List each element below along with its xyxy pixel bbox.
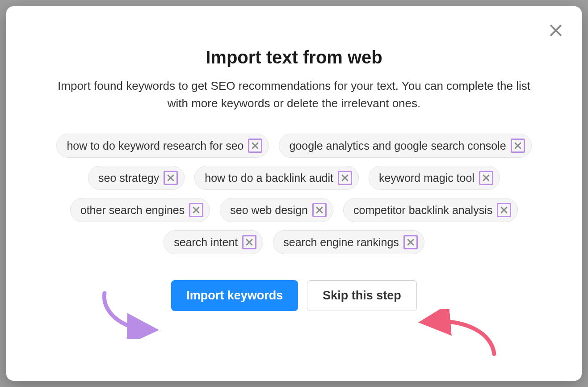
keyword-chip-label: seo strategy	[98, 172, 159, 185]
remove-keyword-button[interactable]	[164, 171, 178, 185]
keyword-chip: other search engines	[70, 198, 210, 222]
keyword-chip: competitor backlink analysis	[343, 198, 518, 222]
close-icon	[251, 141, 260, 150]
remove-keyword-button[interactable]	[479, 171, 493, 185]
keyword-chips-container: how to do keyword research for seogoogle…	[35, 134, 553, 254]
close-icon	[340, 173, 349, 182]
remove-keyword-button[interactable]	[312, 203, 327, 217]
keyword-chip-label: google analytics and google search conso…	[289, 139, 506, 152]
keyword-chip-label: other search engines	[80, 204, 185, 217]
close-icon	[482, 173, 491, 182]
keyword-chip: seo web design	[220, 198, 333, 222]
keyword-chip-label: search intent	[174, 236, 238, 249]
modal-title: Import text from web	[206, 47, 382, 67]
keyword-chip: seo strategy	[88, 166, 185, 190]
close-icon	[192, 206, 201, 215]
import-keywords-modal: Import text from web Import found keywor…	[6, 6, 582, 381]
keyword-chip: keyword magic tool	[369, 166, 500, 190]
close-icon	[315, 206, 324, 215]
remove-keyword-button[interactable]	[189, 203, 203, 217]
remove-keyword-button[interactable]	[248, 139, 262, 153]
close-icon	[166, 173, 175, 182]
modal-actions: Import keywords Skip this step	[171, 280, 417, 311]
keyword-chip: google analytics and google search conso…	[279, 134, 531, 158]
close-icon	[549, 23, 563, 38]
close-icon	[245, 238, 254, 247]
keyword-chip-label: keyword magic tool	[379, 172, 475, 185]
remove-keyword-button[interactable]	[403, 235, 418, 249]
keyword-chip-label: search engine rankings	[283, 236, 399, 249]
remove-keyword-button[interactable]	[242, 235, 256, 249]
close-icon	[406, 238, 415, 247]
keyword-chip: search intent	[164, 230, 263, 254]
close-icon	[513, 141, 522, 150]
close-icon	[500, 206, 508, 215]
close-button[interactable]	[548, 22, 564, 38]
remove-keyword-button[interactable]	[511, 139, 525, 153]
keyword-chip-label: how to do a backlink audit	[205, 172, 333, 185]
keyword-chip: how to do a backlink audit	[194, 166, 359, 190]
modal-subtitle: Import found keywords to get SEO recomme…	[48, 77, 540, 112]
keyword-chip: search engine rankings	[273, 230, 424, 254]
import-keywords-button[interactable]: Import keywords	[171, 280, 298, 311]
keyword-chip-label: competitor backlink analysis	[353, 204, 492, 217]
remove-keyword-button[interactable]	[338, 171, 352, 185]
remove-keyword-button[interactable]	[497, 203, 511, 217]
keyword-chip-label: how to do keyword research for seo	[67, 139, 244, 152]
keyword-chip-label: seo web design	[230, 204, 308, 217]
skip-step-button[interactable]: Skip this step	[307, 280, 417, 311]
keyword-chip: how to do keyword research for seo	[56, 134, 269, 158]
